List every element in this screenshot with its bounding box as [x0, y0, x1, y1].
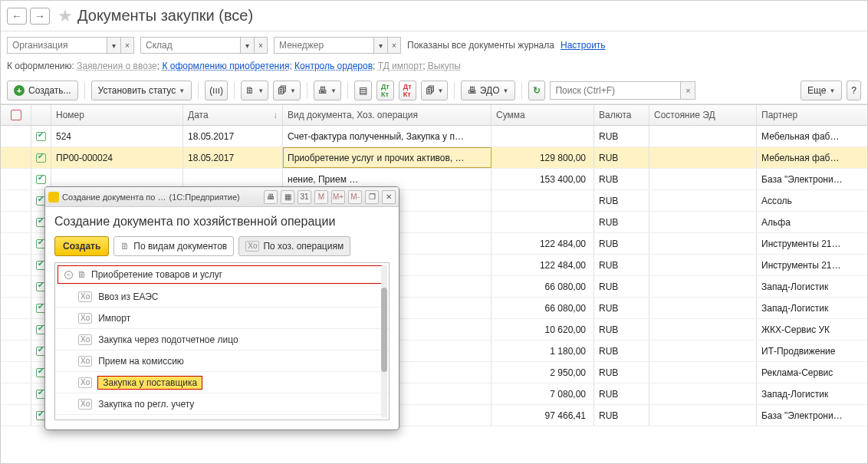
link-imports[interactable]: Заявления о ввозе: [77, 61, 157, 71]
search-clear-icon[interactable]: ×: [680, 81, 695, 100]
cell-sum: 1 180,00: [492, 341, 594, 361]
barcode-button[interactable]: (ııı): [205, 81, 228, 100]
org-input[interactable]: [7, 37, 107, 54]
col-ed[interactable]: Состояние ЭД: [649, 105, 757, 125]
link-buyouts[interactable]: Выкупы: [428, 61, 461, 71]
collapse-icon[interactable]: −: [64, 271, 73, 279]
col-partner[interactable]: Партнер: [757, 105, 867, 125]
modal-create-button[interactable]: Создать: [54, 236, 109, 256]
col-kind[interactable]: Вид документа, Хоз. операция: [283, 105, 492, 125]
cell-number: 524: [51, 126, 183, 146]
refresh-icon: ↻: [533, 85, 541, 96]
xo-icon: Xo: [78, 334, 92, 345]
title-mminus-icon[interactable]: M-: [348, 190, 362, 204]
cell-sum: 7 080,00: [492, 383, 594, 404]
link-td[interactable]: ТД импорт: [378, 61, 422, 71]
table-row[interactable]: ПР00-00002418.05.2017Приобретение услуг …: [1, 147, 867, 169]
cell-currency: RUB: [594, 190, 649, 211]
tab-by-ops[interactable]: XoПо хоз. операциям: [238, 236, 350, 256]
title-m-icon[interactable]: M: [314, 190, 328, 204]
op-tree[interactable]: − 🗎 Приобретение товаров и услуг XoВвоз …: [54, 262, 390, 420]
manager-input[interactable]: [274, 37, 373, 54]
dt-kt-red-button[interactable]: ДтКт: [399, 81, 416, 100]
tree-item[interactable]: XoВвоз из ЕАЭС: [55, 286, 389, 308]
help-button[interactable]: ?: [847, 81, 861, 100]
sort-asc-icon: ↓: [273, 110, 278, 120]
cell-currency: RUB: [594, 383, 649, 404]
cell-ed: [649, 405, 757, 426]
tree-item[interactable]: XoЗакупка у поставщика: [55, 372, 389, 393]
clear-icon[interactable]: ×: [120, 37, 134, 54]
cell-sum: [492, 190, 594, 211]
extra-button[interactable]: 🗐▼: [421, 81, 449, 100]
table-row[interactable]: 52418.05.2017Счет-фактура полученный, За…: [1, 126, 867, 147]
tree-root[interactable]: − 🗎 Приобретение товаров и услуг: [58, 265, 386, 284]
search-input[interactable]: [550, 81, 680, 100]
link-orders[interactable]: Контроль ордеров: [294, 61, 373, 71]
title-print-icon[interactable]: 🖶: [264, 190, 278, 204]
dt-kt-button[interactable]: ДтКт: [376, 81, 394, 100]
xo-icon: Xo: [78, 377, 92, 388]
print-button[interactable]: 🖶▼: [314, 81, 341, 100]
cell-ed: [649, 212, 757, 232]
tree-item[interactable]: XoИмпорт: [55, 308, 389, 329]
cell-currency: RUB: [594, 341, 649, 361]
title-close-icon[interactable]: ✕: [382, 190, 396, 204]
edo-button[interactable]: 🖶 ЭДО▼: [461, 81, 515, 100]
refresh-button[interactable]: ↻: [528, 81, 545, 100]
title-calendar-icon[interactable]: 31: [298, 190, 311, 204]
cell-sum: 122 484,00: [492, 233, 594, 254]
xo-icon: Xo: [78, 356, 92, 367]
col-number[interactable]: Номер: [51, 105, 183, 125]
search-box[interactable]: ×: [550, 81, 695, 100]
tree-item-label: Закупка у поставщика: [98, 377, 202, 389]
dtkt-icon: ДтКт: [381, 83, 390, 98]
cell-partner: Запад-Логистик: [757, 276, 867, 297]
nav-back-button[interactable]: ←: [7, 8, 27, 25]
tree-item[interactable]: XoПрием на комиссию: [55, 350, 389, 372]
org-combo[interactable]: ▾ ×: [7, 36, 134, 54]
more-button[interactable]: Еще▼: [801, 81, 842, 100]
col-doc-icon[interactable]: [1, 105, 31, 125]
title-mplus-icon[interactable]: M+: [331, 190, 345, 204]
col-date[interactable]: Дата↓: [183, 105, 283, 125]
cell-sum: 153 400,00: [492, 169, 594, 189]
store-input[interactable]: [140, 37, 240, 54]
clear-icon[interactable]: ×: [254, 37, 268, 54]
col-sum[interactable]: Сумма: [492, 105, 594, 125]
tune-link[interactable]: Настроить: [561, 40, 606, 51]
title-calc-icon[interactable]: ▦: [281, 190, 294, 204]
col-status-icon[interactable]: [31, 105, 51, 125]
title-restore-icon[interactable]: ❐: [365, 190, 379, 204]
set-status-button[interactable]: Установить статус▼: [91, 81, 192, 100]
cell-partner: Ассоль: [757, 190, 867, 211]
create-button[interactable]: + Создать...: [7, 81, 78, 100]
tree-item[interactable]: XoЗакупка через подотчетное лицо: [55, 329, 389, 350]
dropdown-icon[interactable]: ▾: [107, 37, 120, 54]
cell-currency: RUB: [594, 298, 649, 318]
cell-sum: 66 080,00: [492, 276, 594, 297]
tab-by-docs[interactable]: 🗎По видам документов: [113, 236, 234, 256]
clear-icon[interactable]: ×: [387, 37, 401, 54]
doc-status-icon: [36, 175, 46, 184]
cell-sum: [492, 212, 594, 232]
tree-item[interactable]: XoЗакупка по регл. учету: [55, 393, 389, 415]
manager-combo[interactable]: ▾ ×: [274, 36, 401, 54]
col-currency[interactable]: Валюта: [594, 105, 649, 125]
tree-scrollbar[interactable]: [381, 265, 387, 418]
tree-item-label: Закупка через подотчетное лицо: [98, 334, 238, 345]
copy-button[interactable]: 🗎▼: [241, 81, 268, 100]
store-combo[interactable]: ▾ ×: [140, 36, 268, 54]
cell-partner: ЖКХ-Сервис УК: [757, 319, 867, 340]
dropdown-icon[interactable]: ▾: [373, 37, 387, 54]
cell-currency: RUB: [594, 255, 649, 275]
scrollbar-thumb[interactable]: [381, 288, 387, 372]
nav-forward-button[interactable]: →: [30, 8, 50, 25]
xo-icon: Xo: [245, 241, 259, 252]
print-icon: 🖶: [318, 85, 327, 96]
doc-dropdown-button[interactable]: 🗐▼: [273, 81, 301, 100]
link-purchase[interactable]: К оформлению приобретения: [162, 61, 289, 71]
dropdown-icon[interactable]: ▾: [240, 37, 254, 54]
star-icon[interactable]: ★: [58, 6, 73, 26]
report-button[interactable]: ▤: [354, 81, 372, 100]
